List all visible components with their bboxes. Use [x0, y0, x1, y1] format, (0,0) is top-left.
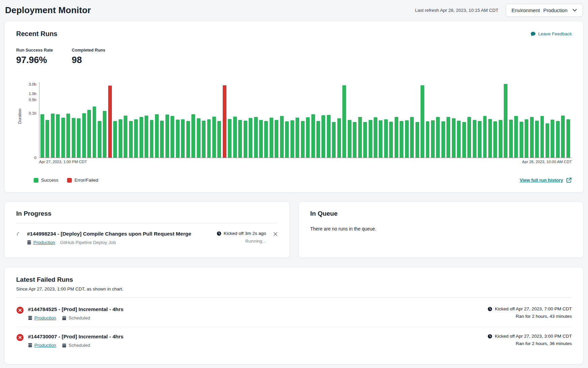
chart-bar-success[interactable] [87, 110, 91, 158]
chart-bar-success[interactable] [155, 114, 159, 158]
chart-bar-success[interactable] [254, 117, 258, 158]
chart-bar-success[interactable] [566, 119, 570, 158]
chart-bar-success[interactable] [321, 115, 325, 158]
chart-bar-success[interactable] [535, 121, 539, 158]
chart-bar-success[interactable] [514, 116, 518, 158]
chart-bar-success[interactable] [415, 122, 419, 158]
chart-bar-success[interactable] [551, 120, 554, 158]
chart-bar-success[interactable] [520, 122, 523, 158]
chart-bar-success[interactable] [478, 121, 482, 158]
environment-link[interactable]: Production [27, 240, 55, 245]
chart-bar-success[interactable] [457, 121, 461, 158]
chart-bar-success[interactable] [197, 118, 200, 158]
chart-bar-success[interactable] [441, 121, 445, 158]
chart-bar-success[interactable] [488, 119, 492, 158]
chart-bar-success[interactable] [228, 119, 231, 158]
chart-bar-success[interactable] [556, 121, 560, 158]
chart-bar-success[interactable] [171, 116, 174, 158]
chart-bar-success[interactable] [389, 122, 393, 158]
chart-bar-success[interactable] [212, 117, 216, 158]
chart-bar-success[interactable] [40, 114, 44, 158]
chart-bar-success[interactable] [160, 121, 164, 158]
chart-bar-success[interactable] [316, 121, 320, 158]
chart-bar-success[interactable] [369, 120, 372, 158]
chart-bar-success[interactable] [280, 116, 284, 158]
chart-bar-success[interactable] [56, 114, 60, 158]
chart-bar-success[interactable] [348, 120, 351, 158]
chart-bar-success[interactable] [285, 121, 289, 158]
environment-dropdown[interactable]: Environment Production [506, 4, 583, 17]
chart-bar-success[interactable] [311, 114, 315, 158]
chart-bar-success[interactable] [238, 120, 242, 158]
chart-bar-success[interactable] [202, 121, 206, 158]
chart-bar-success[interactable] [337, 118, 341, 158]
chart-bar-success[interactable] [124, 116, 127, 158]
chart-bar-success[interactable] [374, 117, 377, 158]
chart-bar-success[interactable] [540, 116, 544, 158]
chart-bar-success[interactable] [259, 120, 263, 158]
chart-bar-success[interactable] [275, 120, 278, 158]
chart-bar-success[interactable] [530, 117, 534, 158]
chart-bar-success[interactable] [150, 120, 154, 158]
chart-bar-success[interactable] [405, 120, 409, 158]
chart-bar-success[interactable] [77, 118, 81, 158]
chart-bar-success[interactable] [473, 120, 476, 158]
chart-bar-success[interactable] [244, 121, 247, 158]
chart-bar-success[interactable] [306, 117, 310, 158]
chart-bar-success[interactable] [98, 121, 101, 158]
chart-bar-success[interactable] [483, 116, 487, 158]
chart-bar-success[interactable] [119, 119, 122, 158]
chart-bar-success[interactable] [400, 121, 403, 158]
chart-bar-success[interactable] [270, 118, 273, 158]
leave-feedback-link[interactable]: Leave Feedback [530, 31, 572, 37]
chart-bar-success[interactable] [395, 117, 398, 158]
chart-bar-success[interactable] [113, 121, 117, 158]
chart-bar-success[interactable] [426, 121, 430, 158]
chart-bar-success[interactable] [82, 113, 86, 158]
chart-bar-success[interactable] [327, 115, 331, 158]
chart-bar-success[interactable] [296, 118, 299, 158]
chart-bar-success[interactable] [499, 120, 502, 158]
chart-bar-success[interactable] [525, 119, 528, 158]
chart-bar-success[interactable] [332, 122, 336, 158]
chart-bar-success[interactable] [233, 117, 237, 158]
chart-bar-success[interactable] [129, 121, 133, 158]
chart-bar-success[interactable] [561, 116, 565, 158]
chart-bar-success[interactable] [191, 114, 195, 158]
chart-bar-success[interactable] [546, 123, 549, 158]
chart-bar-success[interactable] [93, 106, 96, 158]
chart-bar-success[interactable] [290, 120, 294, 158]
chart-bar-success[interactable] [66, 114, 70, 158]
chart-bar-success[interactable] [379, 120, 382, 158]
chart-bar-success[interactable] [51, 114, 55, 158]
environment-link[interactable]: Production [28, 343, 56, 348]
chart-bar-success[interactable] [264, 121, 268, 158]
chart-bar-success[interactable] [165, 115, 169, 158]
chart-bar-success[interactable] [363, 122, 367, 158]
chart-bar-success[interactable] [61, 118, 65, 158]
chart-bar-success[interactable] [410, 117, 414, 158]
chart-bar-success[interactable] [452, 118, 456, 158]
chart-bar-success[interactable] [504, 84, 507, 158]
chart-bar-success[interactable] [462, 122, 466, 158]
chart-bar-success[interactable] [217, 121, 221, 158]
chart-bar-success[interactable] [249, 118, 252, 158]
chart-bar-success[interactable] [140, 117, 143, 158]
chart-bar-failed[interactable] [223, 85, 226, 158]
chart-bar-success[interactable] [207, 119, 211, 158]
chart-bar-success[interactable] [134, 119, 138, 158]
chart-bar-success[interactable] [358, 117, 362, 158]
chart-bar-success[interactable] [384, 119, 388, 158]
close-icon[interactable] [273, 232, 278, 237]
chart-bar-success[interactable] [176, 120, 180, 158]
chart-bar-success[interactable] [342, 85, 346, 158]
chart-bar-success[interactable] [181, 119, 185, 158]
chart-bar-success[interactable] [103, 111, 106, 158]
chart-bar-success[interactable] [72, 118, 75, 158]
chart-bar-success[interactable] [509, 120, 513, 158]
chart-bar-success[interactable] [436, 117, 440, 158]
chart-bar-failed[interactable] [108, 86, 112, 158]
chart-bar-success[interactable] [467, 117, 471, 158]
chart-bar-success[interactable] [186, 121, 190, 158]
view-full-run-history-link[interactable]: View full run history [520, 177, 572, 183]
